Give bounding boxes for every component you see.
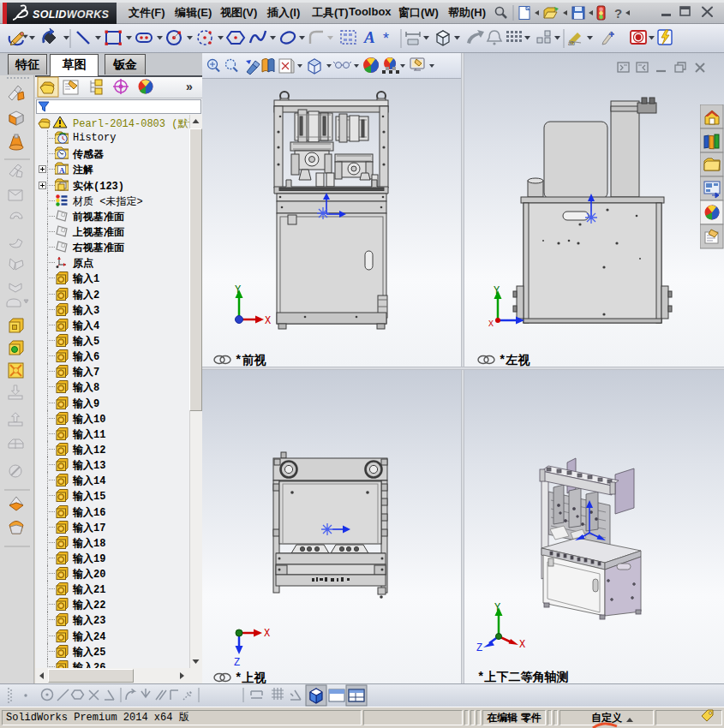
svg-text:X: X [488,319,494,329]
svg-text:Y: Y [494,285,500,297]
svg-text:*: * [383,30,389,47]
svg-text:Z: Z [234,657,240,669]
svg-text:ab: ab [568,40,575,46]
svg-text:*上视: *上视 [235,671,266,684]
svg-text:Y: Y [235,284,241,296]
svg-text:A: A [59,166,65,175]
svg-text:X: X [265,315,271,327]
svg-text:»: » [186,80,193,93]
svg-text:SOLIDWORKS: SOLIDWORKS [33,9,109,21]
svg-text:Y: Y [494,602,500,614]
svg-text:Z: Z [476,642,482,654]
svg-text:*前视: *前视 [235,353,266,367]
svg-text:X: X [264,628,270,640]
svg-text:X: X [519,639,525,651]
svg-text:?: ? [614,6,622,21]
svg-text:A: A [363,28,375,46]
svg-text:*左视: *左视 [499,353,530,367]
